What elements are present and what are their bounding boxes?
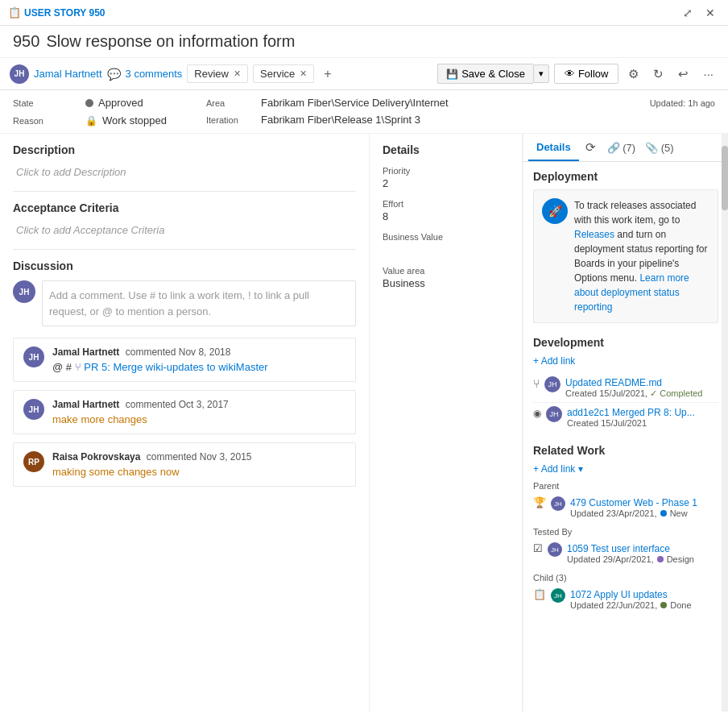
value-area-value[interactable]: Business — [383, 277, 509, 289]
avatar-parent: JH — [551, 496, 565, 511]
releases-link[interactable]: Releases — [574, 229, 614, 240]
dev-item-1-subtitle: Created 15/Jul/2021, ✓ Completed — [565, 388, 702, 399]
learn-more-link[interactable]: Learn more about deployment status repor… — [574, 272, 689, 313]
area-iteration-block: Area Fabrikam Fiber\Service Delivery\Int… — [206, 97, 449, 126]
tab-details[interactable]: Details — [528, 135, 579, 161]
avatar-dev-2: JH — [546, 406, 562, 422]
business-value-value[interactable] — [383, 243, 509, 256]
state-label: State — [13, 98, 61, 108]
value-area-field: Value area Business — [383, 266, 509, 289]
child-item-sub: Updated 22/Jun/2021, Done — [570, 600, 692, 610]
main-content: Description Click to add Description Acc… — [0, 134, 728, 711]
child-item-1: 📋 JH 1072 Apply UI updates Updated 22/Ju… — [533, 586, 718, 612]
iteration-value[interactable]: Fabrikam Fiber\Release 1\Sprint 3 — [261, 114, 420, 126]
value-area-label: Value area — [383, 266, 509, 276]
badge-done — [660, 602, 667, 608]
deployment-icon: 🚀 — [542, 198, 568, 224]
acceptance-placeholder[interactable]: Click to add Acceptance Criteria — [13, 221, 356, 239]
scrollbar-thumb[interactable] — [722, 146, 728, 210]
business-value-field: Business Value — [383, 232, 509, 256]
development-section: Development + Add link ⑂ JH Updated READ… — [533, 336, 718, 431]
refresh-button[interactable]: ↻ — [648, 64, 668, 85]
lock-icon: 🔒 — [85, 115, 97, 127]
left-panel: Description Click to add Description Acc… — [0, 134, 370, 711]
add-tab-button[interactable]: + — [319, 65, 336, 83]
review-tab-label: Review — [194, 68, 229, 80]
save-close-button[interactable]: 💾 Save & Close — [437, 64, 533, 84]
tab-history[interactable]: ⟳ — [579, 134, 602, 161]
comment-input[interactable]: Add a comment. Use # to link a work item… — [42, 280, 356, 326]
more-button[interactable]: ··· — [698, 64, 718, 84]
effort-label: Effort — [383, 199, 509, 209]
comments-icon: 💬 — [107, 68, 121, 81]
discussion-section: Discussion JH Add a comment. Use # to li… — [13, 259, 356, 487]
tab-links[interactable]: 🔗 (7) — [602, 135, 641, 160]
add-dev-link-button[interactable]: + Add link — [533, 354, 575, 368]
deployment-title: Deployment — [533, 170, 718, 183]
area-label: Area — [206, 98, 254, 108]
priority-value[interactable]: 2 — [383, 177, 509, 189]
area-value[interactable]: Fabrikam Fiber\Service Delivery\Internet — [261, 97, 449, 109]
review-tab-close[interactable]: ✕ — [234, 68, 241, 79]
avatar-dev-1: JH — [544, 376, 560, 392]
avatar-comment-3: RP — [23, 451, 44, 472]
right-panel: Details ⟳ 🔗 (7) 📎 (5) Deployment 🚀 To tr… — [523, 134, 728, 711]
comment-block-3: RP Raisa Pokrovskaya commented Nov 3, 20… — [13, 442, 356, 487]
settings-button[interactable]: ⚙ — [623, 64, 643, 85]
reason-value[interactable]: Work stopped — [102, 114, 167, 127]
tested-item-title[interactable]: 1059 Test user interface — [567, 543, 670, 554]
description-placeholder[interactable]: Click to add Description — [13, 163, 356, 181]
dev-item-2-icon: ◉ — [533, 408, 541, 419]
related-group-child: Child (3) 📋 JH 1072 Apply UI updates Upd… — [533, 573, 718, 612]
tested-item-1: ☑ JH 1059 Test user interface Updated 29… — [533, 540, 718, 566]
add-related-link-button[interactable]: + Add link ▾ — [533, 462, 583, 476]
state-field: State Approved Reason 🔒 Work stopped — [13, 97, 174, 127]
top-bar: 📋 USER STORY 950 ⤢ ✕ — [0, 0, 728, 26]
effort-value[interactable]: 8 — [383, 210, 509, 222]
comment-block-1: JH Jamal Hartnett commented Nov 8, 2018 … — [13, 338, 356, 382]
business-value-label: Business Value — [383, 232, 509, 242]
title-row: 950 Slow response on information form — [0, 26, 728, 58]
dev-item-2-title[interactable]: add1e2c1 Merged PR 8: Up... — [567, 407, 695, 418]
deployment-text: To track releases associated with this w… — [574, 198, 709, 314]
acceptance-title: Acceptance Criteria — [13, 201, 356, 214]
work-item-id: 950 — [13, 32, 39, 51]
development-title: Development — [533, 336, 718, 349]
comment-author-2: Jamal Hartnett — [52, 399, 119, 410]
comment-header-1: Jamal Hartnett commented Nov 8, 2018 — [52, 346, 268, 358]
related-group-parent: Parent 🏆 JH 479 Customer Web - Phase 1 U… — [533, 481, 718, 521]
comment-body-3: making some changes now — [52, 466, 252, 478]
parent-item-sub: Updated 23/Apr/2021, New — [570, 508, 697, 518]
iteration-label: Iteration — [206, 115, 254, 125]
state-value[interactable]: Approved — [98, 97, 143, 109]
state-dot — [85, 99, 93, 107]
discussion-input-area: JH Add a comment. Use # to link a work i… — [13, 280, 356, 326]
undo-button[interactable]: ↩ — [673, 64, 693, 85]
toolbar: JH Jamal Hartnett 💬 3 comments Review ✕ … — [0, 58, 728, 90]
comment-block-2: JH Jamal Hartnett commented Oct 3, 2017 … — [13, 390, 356, 434]
comment-text-prefix: @ # — [52, 361, 75, 373]
dev-item-2: ◉ JH add1e2c1 Merged PR 8: Up... Created… — [533, 403, 718, 431]
right-panel-content: Deployment 🚀 To track releases associate… — [523, 162, 728, 627]
tab-attachments[interactable]: 📎 (5) — [640, 135, 679, 160]
dev-item-1-title[interactable]: Updated README.md — [565, 377, 662, 388]
scrollbar-track[interactable] — [722, 134, 728, 711]
deployment-info-box: 🚀 To track releases associated with this… — [533, 189, 718, 323]
close-button[interactable]: ✕ — [701, 5, 720, 21]
meta-row: State Approved Reason 🔒 Work stopped Are… — [0, 90, 728, 134]
child-item-title[interactable]: 1072 Apply UI updates — [570, 589, 668, 600]
service-tab-close[interactable]: ✕ — [300, 68, 307, 79]
deployment-section: Deployment 🚀 To track releases associate… — [533, 170, 718, 323]
parent-label: Parent — [533, 481, 718, 491]
review-tab[interactable]: Review ✕ — [187, 64, 248, 83]
comment-icon-pr: ⑂ — [75, 361, 85, 373]
pr-link[interactable]: PR 5: Merge wiki-updates to wikiMaster — [84, 361, 267, 373]
parent-item-title[interactable]: 479 Customer Web - Phase 1 — [570, 497, 697, 508]
expand-button[interactable]: ⤢ — [678, 5, 697, 21]
comments-count[interactable]: 3 comments — [126, 68, 183, 80]
service-tab[interactable]: Service ✕ — [253, 64, 314, 83]
follow-button[interactable]: 👁 Follow — [554, 64, 619, 84]
badge-design — [657, 556, 664, 562]
username-link[interactable]: Jamal Hartnett — [34, 68, 102, 80]
save-dropdown-button[interactable]: ▾ — [533, 64, 549, 83]
